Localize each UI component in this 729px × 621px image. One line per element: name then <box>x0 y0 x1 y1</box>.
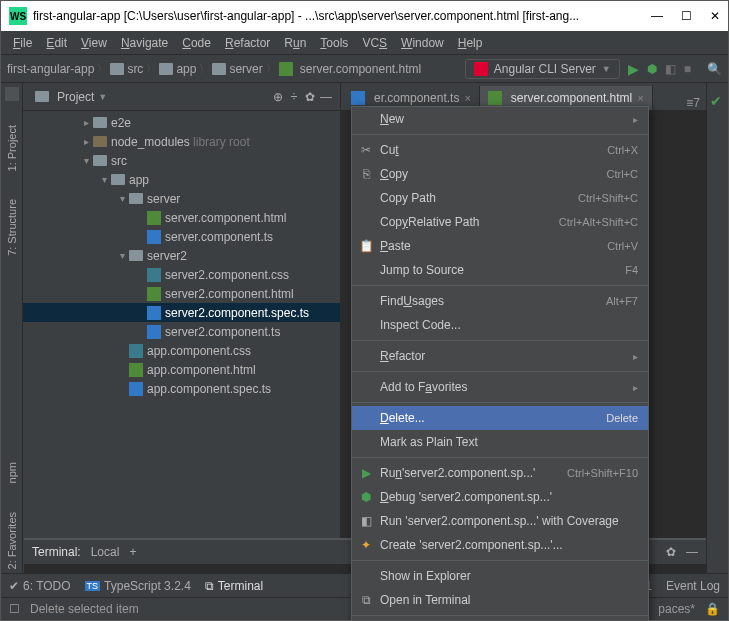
menu-help[interactable]: Help <box>452 34 489 52</box>
tree-server2[interactable]: server2 <box>147 249 187 263</box>
tool-project[interactable]: 1: Project <box>6 121 18 175</box>
run-config-label: Angular CLI Server <box>494 62 596 76</box>
tree-app-html[interactable]: app.component.html <box>147 363 256 377</box>
menubar: File Edit View Navigate Code Refactor Ru… <box>1 31 728 55</box>
tree-e2e[interactable]: e2e <box>111 116 131 130</box>
tree-app-css[interactable]: app.component.css <box>147 344 251 358</box>
ctx-open-terminal[interactable]: ⧉Open in Terminal <box>352 588 648 612</box>
ctx-create-config[interactable]: ✦Create 'server2.component.sp...'... <box>352 533 648 557</box>
breadcrumb[interactable]: first-angular-app〉 src〉 app〉 server〉 ser… <box>7 62 465 76</box>
collapse-icon[interactable]: ÷ <box>286 90 302 104</box>
hide-icon[interactable]: — <box>686 545 698 559</box>
ctx-cut[interactable]: ✂CutCtrl+X <box>352 138 648 162</box>
paste-icon: 📋 <box>358 239 374 253</box>
tree-server2-spec[interactable]: server2.component.spec.ts <box>165 306 309 320</box>
ctx-delete[interactable]: Delete...Delete <box>352 406 648 430</box>
tree-node-modules[interactable]: node_modules <box>111 135 190 149</box>
tree-server2-css[interactable]: server2.component.css <box>165 268 289 282</box>
menu-tools[interactable]: Tools <box>314 34 354 52</box>
ctx-find-usages[interactable]: Find UsagesAlt+F7 <box>352 289 648 313</box>
crumb-src[interactable]: src <box>127 62 143 76</box>
project-tree[interactable]: ▸e2e ▸node_modules library root ▾src ▾ap… <box>23 111 340 573</box>
sidebar-header: Project ▼ ⊕ ÷ ✿ — <box>23 83 340 111</box>
tool-terminal[interactable]: ⧉Terminal <box>205 579 263 593</box>
close-icon[interactable]: × <box>464 92 470 104</box>
ctx-paste[interactable]: 📋PasteCtrl+V <box>352 234 648 258</box>
folder-icon <box>129 193 143 204</box>
chevron-down-icon: ▼ <box>602 64 611 74</box>
tree-src[interactable]: src <box>111 154 127 168</box>
ctx-add-to-favorites[interactable]: Add to Favorites▸ <box>352 375 648 399</box>
html-icon <box>279 62 293 76</box>
menu-window[interactable]: Window <box>395 34 450 52</box>
terminal-add-tab[interactable]: + <box>129 545 136 559</box>
menu-file[interactable]: File <box>7 34 38 52</box>
event-log[interactable]: Event Log <box>666 579 720 593</box>
editor-indicator: ≡7 <box>680 96 706 110</box>
menu-edit[interactable]: Edit <box>40 34 73 52</box>
close-icon[interactable]: × <box>637 92 643 104</box>
ctx-mark-plain[interactable]: Mark as Plain Text <box>352 430 648 454</box>
ctx-explorer[interactable]: Show in Explorer <box>352 564 648 588</box>
ctx-new[interactable]: New▸ <box>352 107 648 131</box>
tree-server[interactable]: server <box>147 192 180 206</box>
navbar: first-angular-app〉 src〉 app〉 server〉 ser… <box>1 55 728 83</box>
tree-app-spec[interactable]: app.component.spec.ts <box>147 382 271 396</box>
close-icon[interactable]: ✕ <box>710 9 720 23</box>
debug-icon[interactable]: ⬢ <box>647 62 657 76</box>
tree-server-html[interactable]: server.component.html <box>165 211 286 225</box>
ctx-refactor[interactable]: Refactor▸ <box>352 344 648 368</box>
stop-icon[interactable]: ■ <box>684 62 691 76</box>
crumb-server[interactable]: server <box>229 62 262 76</box>
ts-icon <box>147 306 161 320</box>
crumb-app[interactable]: app <box>176 62 196 76</box>
settings-icon[interactable]: ✿ <box>302 90 318 104</box>
css-icon <box>147 268 161 282</box>
menu-navigate[interactable]: Navigate <box>115 34 174 52</box>
ctx-copy-relative-path[interactable]: Copy Relative PathCtrl+Alt+Shift+C <box>352 210 648 234</box>
chevron-down-icon: ▼ <box>98 92 107 102</box>
html-icon <box>129 363 143 377</box>
run-config-selector[interactable]: Angular CLI Server ▼ <box>465 59 620 79</box>
menu-vcs[interactable]: VCS <box>356 34 393 52</box>
tree-server2-html[interactable]: server2.component.html <box>165 287 294 301</box>
search-icon[interactable]: 🔍 <box>707 62 722 76</box>
ctx-coverage[interactable]: ◧Run 'server2.component.sp...' with Cove… <box>352 509 648 533</box>
crumb-root[interactable]: first-angular-app <box>7 62 94 76</box>
menu-view[interactable]: View <box>75 34 113 52</box>
ctx-run[interactable]: ▶Run 'server2.component.sp...'Ctrl+Shift… <box>352 461 648 485</box>
status-lock-icon[interactable]: 🔒 <box>705 602 720 616</box>
tool-npm[interactable]: npm <box>6 458 18 487</box>
tree-server-ts[interactable]: server.component.ts <box>165 230 273 244</box>
ctx-copy-path[interactable]: Copy PathCtrl+Shift+C <box>352 186 648 210</box>
tool-structure[interactable]: 7: Structure <box>6 195 18 260</box>
coverage-icon[interactable]: ◧ <box>665 62 676 76</box>
menu-code[interactable]: Code <box>176 34 217 52</box>
run-icon[interactable]: ▶ <box>628 61 639 77</box>
gear-icon[interactable]: ✿ <box>666 545 676 559</box>
terminal-tab-local[interactable]: Local <box>91 545 120 559</box>
locate-icon[interactable]: ⊕ <box>270 90 286 104</box>
menu-run[interactable]: Run <box>278 34 312 52</box>
tool-todo[interactable]: ✔6: TODO <box>9 579 71 593</box>
ctx-jump-to-source[interactable]: Jump to SourceF4 <box>352 258 648 282</box>
tree-app[interactable]: app <box>129 173 149 187</box>
folder-icon <box>111 174 125 185</box>
project-view-selector[interactable]: Project ▼ <box>29 88 113 106</box>
menu-refactor[interactable]: Refactor <box>219 34 276 52</box>
sidebar-title: Project <box>57 90 94 104</box>
maximize-icon[interactable]: ☐ <box>681 9 692 23</box>
status-spaces[interactable]: paces* <box>658 602 695 616</box>
tool-favorites[interactable]: 2: Favorites <box>6 508 18 573</box>
tool-typescript[interactable]: TSTypeScript 3.2.4 <box>85 579 191 593</box>
ctx-copy[interactable]: ⎘CopyCtrl+C <box>352 162 648 186</box>
context-menu: New▸ ✂CutCtrl+X ⎘CopyCtrl+C Copy PathCtr… <box>351 106 649 621</box>
ctx-inspect-code[interactable]: Inspect Code... <box>352 313 648 337</box>
hide-icon[interactable]: — <box>318 90 334 104</box>
tree-server2-ts[interactable]: server2.component.ts <box>165 325 280 339</box>
html-icon <box>147 287 161 301</box>
project-tool-icon[interactable] <box>5 87 19 101</box>
minimize-icon[interactable]: — <box>651 9 663 23</box>
ctx-debug[interactable]: ⬢Debug 'server2.component.sp...' <box>352 485 648 509</box>
crumb-file[interactable]: server.component.html <box>300 62 421 76</box>
